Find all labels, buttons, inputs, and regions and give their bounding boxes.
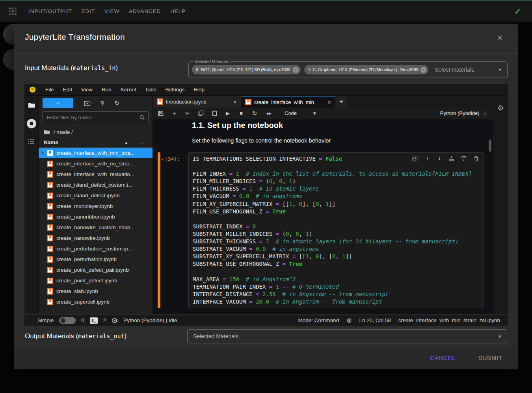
- new-tab-button[interactable]: +: [335, 96, 347, 108]
- file-item[interactable]: create_island_defect.ipynb: [39, 190, 153, 201]
- kernels-count[interactable]: 2: [103, 317, 106, 323]
- tab-label[interactable]: Introduction.ipynb: [166, 99, 206, 105]
- jupyter-menu-file[interactable]: File: [45, 87, 54, 93]
- cursor-position[interactable]: Ln 20, Col 58: [359, 317, 391, 323]
- table-of-contents-icon[interactable]: [28, 139, 35, 145]
- file-item[interactable]: create_point_defect.ipynb: [39, 275, 153, 286]
- file-browser-icon[interactable]: [28, 102, 35, 108]
- material-chip[interactable]: 1: C, Graphene, HEX (P6/mmm) 2D (Monolay…: [304, 65, 429, 74]
- paste-icon[interactable]: [211, 110, 218, 116]
- menu-item-edit[interactable]: EDIT: [82, 8, 95, 14]
- output-select-value: Selected Materials: [193, 333, 238, 339]
- code-lines: IS_TERMINATIONS_SELECTION_INTERACTIVE = …: [193, 155, 483, 306]
- trust-shield-icon[interactable]: ⊗: [346, 317, 352, 324]
- property-inspector-gear-icon[interactable]: ⚙: [497, 104, 504, 112]
- cut-icon[interactable]: ✂: [184, 110, 191, 117]
- refresh-icon[interactable]: ↻: [110, 100, 125, 107]
- file-item[interactable]: create_nanowire.ipynb: [39, 233, 153, 243]
- file-name: create_point_defect_pair.ipynb: [56, 267, 129, 273]
- kernel-status-text[interactable]: Python (Pyodide) | Idle: [123, 317, 177, 323]
- cell-type-select[interactable]: Code ▾: [285, 110, 316, 116]
- file-item[interactable]: create_interface_with_relaxatio...: [39, 169, 153, 180]
- save-icon[interactable]: [158, 111, 164, 116]
- tab-bar: Introduction.ipynb × create_interface_wi…: [153, 96, 493, 108]
- output-materials-select[interactable]: Selected Materials ▼: [187, 329, 507, 343]
- code-editor[interactable]: ↑ ↓ IS_TERMINATIONS_SELECTION_INTERACTIV…: [188, 152, 484, 308]
- move-cell-up-icon[interactable]: ↑: [424, 155, 430, 162]
- menu-item-advanced[interactable]: ADVANCED: [129, 8, 161, 14]
- terminals-count[interactable]: 0: [81, 317, 84, 323]
- copy-icon[interactable]: [198, 110, 204, 116]
- file-item[interactable]: create_slab.ipynb: [39, 286, 153, 297]
- tab-introduction[interactable]: Introduction.ipynb ×: [153, 96, 241, 108]
- dropdown-caret-icon[interactable]: ▼: [498, 68, 502, 72]
- chip-delete-icon[interactable]: ×: [420, 67, 426, 73]
- jupyter-menu-help[interactable]: Help: [193, 87, 205, 93]
- simple-mode-toggle[interactable]: [59, 317, 76, 324]
- tab-close-icon[interactable]: ×: [233, 98, 237, 105]
- file-filter-input[interactable]: [46, 114, 139, 121]
- material-chip[interactable]: 0: SiO2, Quartz, HEX (P3_121) 3D (Bulk),…: [192, 65, 301, 74]
- stop-icon[interactable]: ■: [238, 110, 244, 116]
- file-item[interactable]: ●create_interface_with_min_stra...: [39, 148, 153, 158]
- input-materials-select[interactable]: Selected Materials 0: SiO2, Quartz, HEX …: [188, 61, 508, 78]
- move-cell-down-icon[interactable]: ↓: [436, 155, 443, 162]
- terminal-icon[interactable]: $_: [90, 317, 98, 324]
- code-token: =: [266, 208, 269, 215]
- upload-icon[interactable]: [95, 100, 110, 106]
- kernel-status-icon: ○: [484, 110, 487, 117]
- restart-kernel-icon[interactable]: ↻: [251, 110, 258, 117]
- file-item[interactable]: create_nanowire_custom_shap...: [39, 222, 153, 233]
- tab-close-icon[interactable]: ×: [327, 99, 331, 106]
- code-token: SUBSTRATE_MILLER_INDICES: [193, 231, 272, 237]
- jupyter-menu-edit[interactable]: Edit: [63, 87, 72, 93]
- name-column-header[interactable]: Name: [44, 139, 58, 145]
- notebook-toolbar: + ✂ ▶ ■ ↻ ▶▶ Code ▾ Python (Pyodide) ○: [153, 108, 493, 119]
- more-options-icon[interactable]: …: [140, 139, 145, 145]
- file-item[interactable]: create_perturbation.ipynb: [39, 254, 153, 265]
- insert-cell-icon[interactable]: +: [171, 110, 177, 117]
- file-item[interactable]: create_nanoribbon.ipynb: [39, 211, 153, 222]
- kernel-chip-icon[interactable]: [112, 317, 118, 324]
- breadcrumb[interactable]: / made /: [39, 126, 153, 137]
- jupyter-menu-settings[interactable]: Settings: [165, 87, 184, 93]
- menu-item-input-output[interactable]: INPUT/OUTPUT: [28, 8, 72, 14]
- insert-cell-below-icon[interactable]: [461, 156, 467, 161]
- file-item[interactable]: create_supercell.ipynb: [39, 297, 153, 307]
- chip-delete-icon[interactable]: ×: [293, 67, 299, 73]
- submit-button[interactable]: SUBMIT: [476, 354, 505, 361]
- duplicate-cell-icon[interactable]: [412, 156, 418, 161]
- code-line: INTERFACE_VACUUM = 20.0 # in Angstrom --…: [193, 298, 483, 306]
- menu-item-view[interactable]: VIEW: [104, 8, 119, 14]
- file-item[interactable]: create_point_defect_pair.ipynb: [39, 265, 153, 275]
- tab-label[interactable]: create_interface_with_min_: [254, 99, 317, 105]
- scrollbar-thumb[interactable]: [489, 140, 491, 152]
- menu-item-help[interactable]: HELP: [170, 8, 186, 14]
- restart-run-all-icon[interactable]: ▶▶: [265, 111, 273, 115]
- cancel-button[interactable]: CANCEL: [428, 354, 458, 361]
- file-list-header[interactable]: Name ▲ …: [39, 137, 153, 148]
- new-launcher-button[interactable]: +: [43, 98, 73, 108]
- tab-create-interface[interactable]: create_interface_with_min_ ×: [241, 96, 335, 108]
- kernel-indicator[interactable]: Python (Pyodide) ○: [440, 110, 488, 117]
- new-folder-icon[interactable]: [80, 100, 95, 106]
- jupyter-menu-tabs[interactable]: Tabs: [145, 87, 156, 93]
- notebook-icon: [47, 235, 53, 241]
- lightbulb-icon[interactable]: [30, 87, 35, 93]
- delete-cell-icon[interactable]: [473, 156, 479, 161]
- jupyter-menu-run[interactable]: Run: [102, 87, 112, 93]
- jupyter-menu-kernel[interactable]: Kernel: [121, 87, 136, 93]
- file-item[interactable]: create_island_defect_custom.i...: [39, 180, 153, 190]
- code-token: 1: [306, 253, 309, 260]
- breadcrumb-path[interactable]: / made /: [54, 129, 73, 135]
- insert-cell-above-icon[interactable]: [448, 156, 455, 161]
- code-token: # in angstroms: [272, 246, 319, 252]
- file-item[interactable]: create_interface_with_no_strai...: [39, 158, 153, 169]
- file-item[interactable]: create_perturbation_custom.ip...: [39, 243, 153, 254]
- run-icon[interactable]: ▶: [225, 110, 231, 116]
- running-sessions-icon[interactable]: [27, 119, 36, 128]
- jupyter-menu-view[interactable]: View: [81, 87, 93, 93]
- dialog-close-icon[interactable]: ×: [497, 33, 502, 43]
- file-item[interactable]: create_monolayer.ipynb: [39, 201, 153, 211]
- notebook-icon: [47, 171, 53, 178]
